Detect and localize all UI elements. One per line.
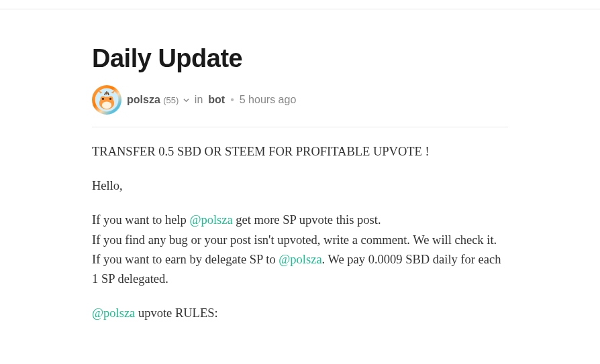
body-line-rules: @polsza upvote RULES: xyxy=(92,304,508,323)
post-category[interactable]: bot xyxy=(208,94,225,106)
body-line-help: If you want to help @polsza get more SP … xyxy=(92,210,508,230)
svg-point-5 xyxy=(102,98,104,100)
post-container: Daily Update polsza (55) in b xyxy=(85,44,515,324)
body-headline: TRANSFER 0.5 SBD OR STEEM FOR PROFITABLE… xyxy=(92,142,508,162)
author-block[interactable]: polsza (55) xyxy=(127,94,189,106)
svg-point-2 xyxy=(102,101,111,109)
text: If you want to earn by delegate SP to xyxy=(92,253,279,266)
text: upvote RULES: xyxy=(135,306,217,320)
post-body: TRANSFER 0.5 SBD OR STEEM FOR PROFITABLE… xyxy=(92,142,508,324)
top-divider xyxy=(0,0,600,9)
category-prefix: in xyxy=(195,94,203,106)
post-title: Daily Update xyxy=(92,44,508,73)
mention-link[interactable]: @polsza xyxy=(92,306,135,320)
post-meta: polsza (55) in bot • 5 hours ago xyxy=(92,85,508,127)
text: If you want to help xyxy=(92,213,189,227)
body-greeting: Hello, xyxy=(92,176,508,196)
text: get more SP upvote this post. xyxy=(233,213,381,227)
author-reputation: (55) xyxy=(163,95,179,105)
mention-link[interactable]: @polsza xyxy=(279,253,321,266)
body-line-bug: If you find any bug or your post isn't u… xyxy=(92,231,508,250)
meta-separator: • xyxy=(230,94,234,106)
body-line-delegate: If you want to earn by delegate SP to @p… xyxy=(92,250,508,289)
author-name: polsza xyxy=(127,94,160,105)
chevron-down-icon[interactable] xyxy=(183,94,189,106)
svg-point-6 xyxy=(109,98,111,100)
mention-link[interactable]: @polsza xyxy=(189,213,232,227)
author-avatar[interactable] xyxy=(92,85,121,115)
post-timestamp: 5 hours ago xyxy=(240,94,297,106)
